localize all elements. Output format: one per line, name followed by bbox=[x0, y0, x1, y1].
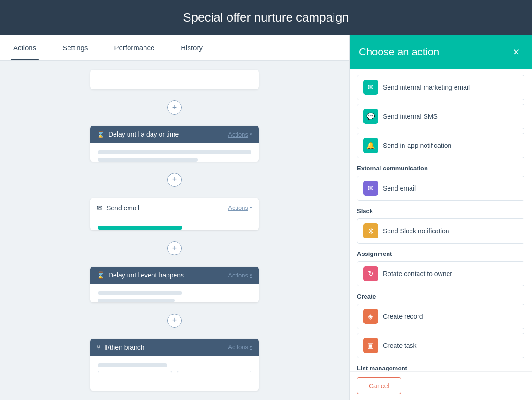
send-email-icon: ✉ bbox=[363, 181, 378, 196]
action-label: Create task bbox=[383, 342, 417, 349]
left-panel: Actions Settings Performance History + bbox=[0, 35, 349, 400]
branch-left bbox=[98, 371, 172, 391]
step-actions-link-send-email[interactable]: Actions bbox=[228, 204, 252, 211]
connector-line bbox=[175, 328, 175, 337]
step-send-email: ✉ Send email Actions bbox=[90, 198, 259, 230]
add-step-btn-4[interactable]: + bbox=[167, 314, 182, 328]
connector-line bbox=[175, 232, 175, 241]
action-label: Send Slack notification bbox=[383, 227, 449, 235]
branch-right bbox=[177, 371, 251, 391]
placeholder-line bbox=[98, 150, 251, 154]
send-in-app-notification-icon: 🔔 bbox=[363, 138, 378, 153]
step-header-delay-day: ⌛ Delay until a day or time Actions bbox=[90, 126, 259, 143]
send-slack-icon: ❋ bbox=[363, 223, 378, 238]
right-panel-body: ✉ Send internal marketing email 💬 Send i… bbox=[350, 69, 532, 371]
action-send-internal-marketing-email[interactable]: ✉ Send internal marketing email bbox=[357, 75, 524, 100]
step-body-if-then bbox=[90, 356, 259, 391]
action-label: Send internal SMS bbox=[383, 113, 438, 120]
step-body-delay-day bbox=[90, 143, 259, 162]
step-header-left: ⌛ Delay until a day or time bbox=[97, 131, 179, 138]
tab-performance[interactable]: Performance bbox=[101, 35, 167, 60]
create-record-icon: ◈ bbox=[363, 309, 378, 324]
action-send-in-app-notification[interactable]: 🔔 Send in-app notification bbox=[357, 133, 524, 158]
send-email-progress-bar bbox=[98, 226, 182, 230]
cancel-section: Cancel bbox=[350, 371, 532, 400]
section-label-assignment: Assignment bbox=[357, 250, 524, 257]
tab-actions[interactable]: Actions bbox=[0, 35, 49, 60]
tab-settings[interactable]: Settings bbox=[49, 35, 101, 60]
step-delay-event: ⌛ Delay until event happens Actions bbox=[90, 267, 259, 302]
connector-line bbox=[175, 187, 175, 196]
email-icon: ✉ bbox=[97, 204, 103, 212]
placeholder-line bbox=[98, 363, 167, 367]
step-body-delay-event bbox=[90, 284, 259, 302]
add-step-btn-1[interactable]: + bbox=[167, 100, 182, 115]
placeholder-line bbox=[98, 299, 175, 302]
step-header-left: ⌛ Delay until event happens bbox=[97, 271, 184, 279]
step-header-delay-event: ⌛ Delay until event happens Actions bbox=[90, 267, 259, 284]
step-actions-link-delay-event[interactable]: Actions bbox=[228, 272, 252, 279]
add-step-btn-2[interactable]: + bbox=[167, 173, 182, 187]
action-label: Create record bbox=[383, 313, 423, 320]
connector-line bbox=[175, 304, 175, 314]
create-task-icon: ▣ bbox=[363, 338, 378, 353]
tabs-bar: Actions Settings Performance History bbox=[0, 35, 349, 61]
action-label: Rotate contact to owner bbox=[383, 270, 452, 277]
connector-2: + bbox=[167, 163, 182, 196]
delay-icon: ⌛ bbox=[97, 131, 105, 138]
action-send-email[interactable]: ✉ Send email bbox=[357, 176, 524, 201]
page-title: Special offer nurture campaign bbox=[183, 10, 349, 24]
connector-line bbox=[175, 255, 175, 265]
action-send-internal-sms[interactable]: 💬 Send internal SMS bbox=[357, 104, 524, 129]
connector-1: + bbox=[167, 91, 182, 124]
action-label: Send email bbox=[383, 185, 416, 192]
section-label-list-management: List management bbox=[357, 365, 524, 371]
send-internal-marketing-email-icon: ✉ bbox=[363, 80, 378, 95]
right-panel-header: Choose an action ✕ bbox=[350, 35, 532, 69]
placeholder-line bbox=[98, 291, 182, 295]
step-header-left: ⑂ If/then branch bbox=[97, 344, 144, 351]
main-layout: Actions Settings Performance History + bbox=[0, 35, 532, 400]
action-send-slack-notification[interactable]: ❋ Send Slack notification bbox=[357, 218, 524, 244]
right-panel-title: Choose an action bbox=[359, 46, 439, 58]
workflow-canvas: + ⌛ Delay until a day or time Actions bbox=[0, 61, 349, 400]
send-email-header-left: ✉ Send email bbox=[97, 204, 139, 212]
send-email-header: ✉ Send email Actions bbox=[90, 198, 259, 218]
connector-line bbox=[175, 91, 175, 100]
send-email-body bbox=[90, 218, 259, 230]
section-label-create: Create bbox=[357, 293, 524, 300]
step-actions-link-delay-day[interactable]: Actions bbox=[228, 131, 252, 138]
rotate-contact-icon: ↻ bbox=[363, 266, 378, 281]
placeholder-line bbox=[98, 158, 198, 162]
step-if-then: ⑂ If/then branch Actions bbox=[90, 339, 259, 391]
connector-line bbox=[175, 163, 175, 173]
cancel-button[interactable]: Cancel bbox=[357, 377, 401, 394]
action-label: Send internal marketing email bbox=[383, 84, 470, 91]
placeholder-card bbox=[90, 70, 259, 89]
step-header-if-then: ⑂ If/then branch Actions bbox=[90, 339, 259, 356]
tab-history[interactable]: History bbox=[167, 35, 216, 60]
action-create-record[interactable]: ◈ Create record bbox=[357, 304, 524, 329]
delay-event-icon: ⌛ bbox=[97, 271, 105, 279]
section-label-external: External communication bbox=[357, 165, 524, 172]
action-rotate-contact[interactable]: ↻ Rotate contact to owner bbox=[357, 261, 524, 286]
branch-icon: ⑂ bbox=[97, 344, 100, 351]
action-label: Send in-app notification bbox=[383, 142, 451, 149]
page-header: Special offer nurture campaign bbox=[0, 0, 532, 35]
connector-4: + bbox=[167, 304, 182, 337]
close-button[interactable]: ✕ bbox=[509, 46, 523, 59]
add-step-btn-3[interactable]: + bbox=[167, 241, 182, 255]
step-delay-day-time: ⌛ Delay until a day or time Actions bbox=[90, 126, 259, 162]
connector-line bbox=[175, 115, 175, 124]
action-create-task[interactable]: ▣ Create task bbox=[357, 333, 524, 358]
right-panel: Choose an action ✕ ✉ Send internal marke… bbox=[349, 35, 532, 400]
step-actions-link-if-then[interactable]: Actions bbox=[228, 344, 252, 351]
connector-3: + bbox=[167, 232, 182, 265]
section-label-slack: Slack bbox=[357, 208, 524, 215]
send-internal-sms-icon: 💬 bbox=[363, 109, 378, 124]
